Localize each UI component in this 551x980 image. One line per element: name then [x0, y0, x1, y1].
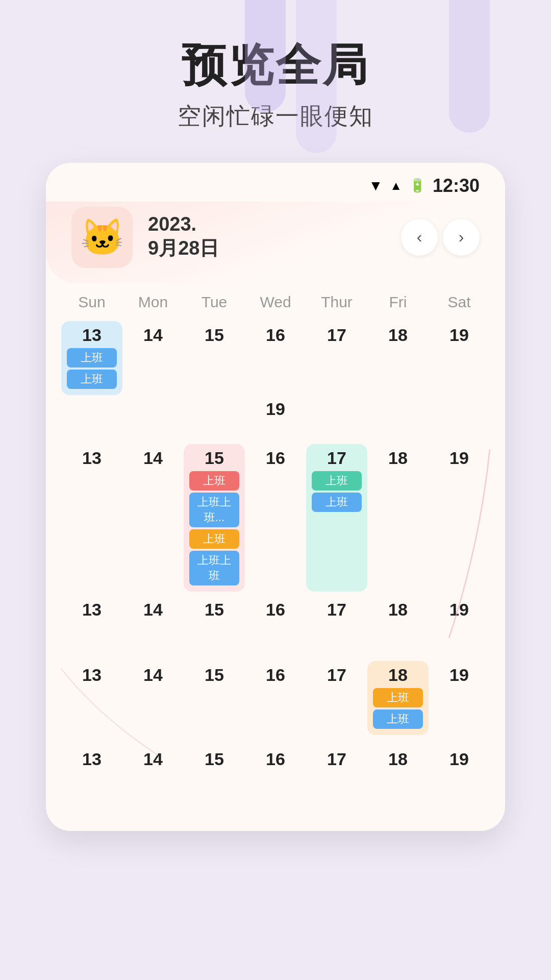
cal-cell-1b-wed[interactable]: 19 — [245, 399, 306, 440]
day-number: 14 — [143, 665, 163, 685]
day-number: 18 — [388, 325, 408, 345]
day-number: 19 — [449, 325, 469, 345]
cal-cell-w2-wed[interactable]: 16 — [245, 444, 306, 592]
calendar-week-1b: 19 — [61, 399, 490, 440]
day-number: 13 — [82, 600, 102, 620]
nav-buttons: ‹ › — [401, 219, 480, 256]
day-number: 17 — [327, 665, 346, 685]
cal-cell-w5-sun[interactable]: 13 — [61, 745, 122, 806]
cal-cell-1b-thur — [306, 399, 367, 440]
day-header-wed: Wed — [245, 288, 306, 316]
cal-cell-w3-wed[interactable]: 16 — [245, 596, 306, 657]
day-number: 16 — [266, 325, 285, 345]
next-button[interactable]: › — [443, 219, 480, 256]
cal-cell-w2-tue[interactable]: 15 上班 上班上班... 上班 上班上班 — [184, 444, 245, 592]
cal-cell-w1-sun[interactable]: 13 上班 上班 — [61, 321, 122, 395]
app-card: ▼ ▲ 🔋 12:30 🐱 2023. 9月28日 ‹ › Sun Mon Tu… — [46, 163, 505, 831]
day-number: 13 — [82, 665, 102, 685]
cal-cell-w4-tue[interactable]: 15 — [184, 661, 245, 735]
cal-cell-w4-thur[interactable]: 17 — [306, 661, 367, 735]
cal-cell-w3-fri[interactable]: 18 — [367, 596, 429, 657]
day-number: 17 — [327, 600, 346, 620]
day-number: 19 — [449, 665, 469, 685]
cal-cell-w1-sat[interactable]: 19 — [429, 321, 490, 395]
day-header-fri: Fri — [367, 288, 429, 316]
cal-cell-w1-thur[interactable]: 17 — [306, 321, 367, 395]
event-tag: 上班上班 — [189, 551, 239, 585]
calendar-week-4: 13 14 15 16 17 18 — [61, 661, 490, 735]
cal-cell-w1-fri[interactable]: 18 — [367, 321, 429, 395]
cal-cell-1b-sat — [429, 399, 490, 440]
event-tag: 上班 — [67, 348, 116, 368]
cal-cell-w4-sun[interactable]: 13 — [61, 661, 122, 735]
cal-cell-w2-thur[interactable]: 17 上班 上班 — [306, 444, 367, 592]
event-tag: 上班 — [373, 688, 422, 707]
date-info: 2023. 9月28日 — [148, 213, 401, 261]
event-tag: 上班 — [189, 529, 239, 549]
day-number: 17 — [327, 749, 346, 769]
day-number: 14 — [143, 325, 163, 345]
day-number: 19 — [449, 749, 469, 769]
cal-cell-w3-sat[interactable]: 19 — [429, 596, 490, 657]
cal-cell-w4-wed[interactable]: 16 — [245, 661, 306, 735]
week-1: 13 上班 上班 14 15 16 17 — [61, 321, 490, 395]
cal-cell-w5-thur[interactable]: 17 — [306, 745, 367, 806]
calendar-week-3: 13 14 15 16 17 18 19 — [61, 596, 490, 657]
event-tag: 上班 — [189, 471, 239, 491]
day-header-thur: Thur — [306, 288, 367, 316]
day-number: 19 — [449, 448, 469, 468]
cal-cell-w4-mon[interactable]: 14 — [122, 661, 184, 735]
day-header-tue: Tue — [184, 288, 245, 316]
event-tag: 上班 — [312, 471, 361, 491]
cal-cell-1b-fri — [367, 399, 429, 440]
day-number: 19 — [266, 399, 285, 419]
cal-cell-w5-fri[interactable]: 18 — [367, 745, 429, 806]
event-tag: 上班 — [67, 370, 116, 389]
day-number: 19 — [449, 600, 469, 620]
calendar-week-2: 13 14 15 上班 上班上班... 上班 上班上班 16 — [61, 444, 490, 592]
cal-cell-w3-mon[interactable]: 14 — [122, 596, 184, 657]
day-number: 15 — [205, 600, 224, 620]
week-4: 13 14 15 16 17 18 — [61, 661, 490, 735]
day-header-sun: Sun — [61, 288, 122, 316]
day-number: 18 — [388, 665, 408, 685]
cal-cell-w5-sat[interactable]: 19 — [429, 745, 490, 806]
day-number: 14 — [143, 448, 163, 468]
day-number: 18 — [388, 749, 408, 769]
day-number: 13 — [82, 325, 102, 345]
day-number: 13 — [82, 448, 102, 468]
cal-cell-w2-sun[interactable]: 13 — [61, 444, 122, 592]
cal-cell-w1-tue[interactable]: 15 — [184, 321, 245, 395]
event-tag: 上班上班... — [189, 493, 239, 527]
cal-cell-w1-wed[interactable]: 16 — [245, 321, 306, 395]
cal-cell-w4-fri[interactable]: 18 上班 上班 — [367, 661, 429, 735]
cal-cell-w3-tue[interactable]: 15 — [184, 596, 245, 657]
day-number: 18 — [388, 600, 408, 620]
cal-cell-w1-mon[interactable]: 14 — [122, 321, 184, 395]
calendar-week-5: 13 14 15 16 17 18 19 — [61, 745, 490, 806]
cat-avatar: 🐱 — [71, 207, 133, 268]
cal-cell-w2-mon[interactable]: 14 — [122, 444, 184, 592]
cal-cell-w5-wed[interactable]: 16 — [245, 745, 306, 806]
day-number: 15 — [205, 325, 224, 345]
day-number: 16 — [266, 749, 285, 769]
cal-cell-w5-tue[interactable]: 15 — [184, 745, 245, 806]
week-2: 13 14 15 上班 上班上班... 上班 上班上班 16 — [61, 444, 490, 592]
cal-cell-1b-tue — [184, 399, 245, 440]
calendar-grid: Sun Mon Tue Wed Thur Fri Sat 13 上班 上班 14 — [46, 288, 505, 806]
cal-cell-w5-mon[interactable]: 14 — [122, 745, 184, 806]
cal-cell-w4-sat[interactable]: 19 — [429, 661, 490, 735]
day-number: 16 — [266, 448, 285, 468]
day-header-mon: Mon — [122, 288, 184, 316]
event-tag: 上班 — [373, 709, 422, 729]
day-number: 18 — [388, 448, 408, 468]
day-header-sat: Sat — [429, 288, 490, 316]
day-number: 16 — [266, 600, 285, 620]
prev-button[interactable]: ‹ — [401, 219, 438, 256]
calendar-week-1: 13 上班 上班 14 15 16 17 — [61, 321, 490, 395]
cal-cell-w3-sun[interactable]: 13 — [61, 596, 122, 657]
day-number: 15 — [205, 749, 224, 769]
cal-cell-w3-thur[interactable]: 17 — [306, 596, 367, 657]
cal-cell-w2-sat[interactable]: 19 — [429, 444, 490, 592]
cal-cell-w2-fri[interactable]: 18 — [367, 444, 429, 592]
